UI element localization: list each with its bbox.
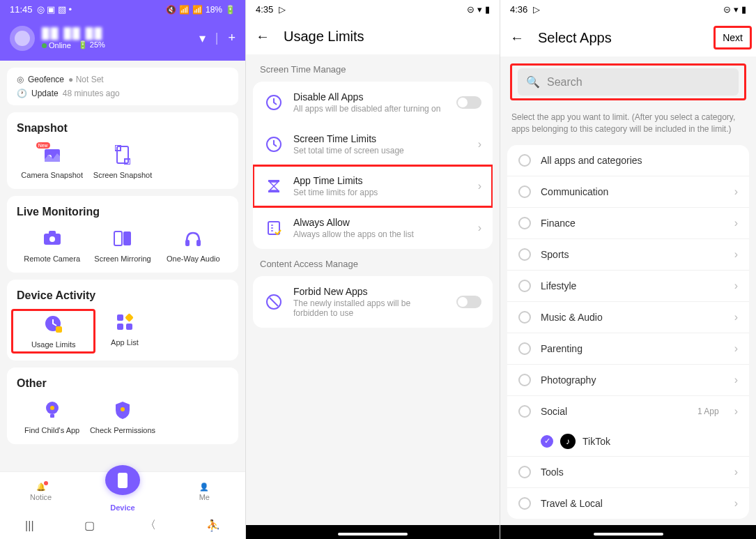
- battery-pct: 18%: [206, 5, 222, 15]
- system-bottom-bar: [246, 525, 500, 539]
- section-screen-time: Screen Time Manage: [246, 54, 500, 82]
- signal-icon: 📶: [192, 5, 203, 15]
- find-childs-app-item[interactable]: Find Child's App: [17, 400, 87, 434]
- category-lifestyle[interactable]: Lifestyle›: [507, 271, 749, 302]
- nav-me[interactable]: 👤 Me: [164, 472, 245, 512]
- usage-limits-item[interactable]: Usage Limits: [11, 309, 95, 354]
- radio[interactable]: [518, 405, 531, 418]
- category-label: Social: [541, 406, 688, 417]
- system-bottom-bar: [500, 525, 756, 539]
- new-badge: New: [36, 142, 50, 149]
- category-label: Sports: [541, 249, 725, 260]
- person-icon: 👤: [199, 483, 209, 492]
- accessibility-icon[interactable]: ⛹: [206, 519, 220, 532]
- category-all[interactable]: All apps and categories: [507, 145, 749, 176]
- radio[interactable]: [518, 185, 531, 198]
- svg-rect-27: [268, 222, 279, 234]
- always-allow-row[interactable]: Always Allow Always allow the apps on th…: [253, 207, 493, 249]
- next-button[interactable]: Next: [713, 26, 752, 50]
- disable-all-toggle[interactable]: [456, 96, 481, 109]
- content-access-card: Forbid New Apps The newly installed apps…: [253, 276, 493, 328]
- headphones-icon: [179, 228, 207, 249]
- screen-snapshot-item[interactable]: Screen Snapshot: [87, 144, 157, 179]
- app-list-icon: [111, 312, 139, 333]
- nav-notice[interactable]: 🔔 Notice: [0, 472, 82, 512]
- category-communication[interactable]: Communication›: [507, 176, 749, 208]
- back-icon[interactable]: 〈: [145, 518, 156, 533]
- category-parenting[interactable]: Parenting›: [507, 333, 749, 365]
- screen-mirroring-item[interactable]: Screen Mirroring: [87, 228, 157, 263]
- phone-3-select-apps: 4:36 ▷ ⊝ ▾ ▮ ← Select Apps Next 🔍 Search…: [500, 0, 756, 539]
- activity-title: Device Activity: [17, 289, 229, 302]
- category-finance[interactable]: Finance›: [507, 208, 749, 239]
- forbid-icon: [264, 292, 284, 312]
- bell-icon: 🔔: [36, 483, 46, 492]
- back-button[interactable]: ←: [256, 29, 270, 45]
- app-list-item[interactable]: App List: [90, 312, 159, 351]
- svg-rect-10: [185, 240, 190, 246]
- remote-camera-item[interactable]: Remote Camera: [17, 228, 87, 263]
- nav-device[interactable]: Device: [82, 472, 163, 512]
- radio[interactable]: [518, 497, 531, 510]
- back-button[interactable]: ←: [510, 30, 524, 46]
- add-icon[interactable]: +: [228, 31, 236, 46]
- device-icon: [105, 465, 140, 495]
- svg-rect-22: [118, 473, 128, 488]
- radio[interactable]: [518, 280, 531, 292]
- svg-rect-20: [50, 414, 54, 418]
- forbid-new-toggle[interactable]: [456, 296, 481, 308]
- camera-snapshot-label: Camera Snapshot: [21, 171, 83, 179]
- radio[interactable]: [518, 248, 531, 261]
- radio[interactable]: [518, 217, 531, 229]
- lightbulb-icon: [38, 400, 66, 420]
- chevron-right-icon: ›: [734, 342, 738, 355]
- category-tools[interactable]: Tools›: [507, 457, 749, 488]
- chevron-right-icon: ›: [734, 374, 738, 386]
- category-label: Photography: [541, 374, 725, 386]
- svg-rect-9: [123, 231, 131, 245]
- profile-row[interactable]: ██ ██ ██ Online 🔋 25% ▾ | +: [10, 26, 236, 51]
- avatar[interactable]: [10, 26, 35, 51]
- category-social[interactable]: Social 1 App ›: [507, 396, 749, 427]
- status-bar: 4:35 ▷ ⊝ ▾ ▮: [246, 0, 500, 19]
- header: ← Usage Limits: [246, 19, 500, 54]
- check-permissions-label: Check Permissions: [90, 426, 155, 434]
- battery-icon: ▮: [741, 4, 746, 15]
- app-label: TikTok: [583, 436, 749, 447]
- check-permissions-item[interactable]: Check Permissions: [87, 400, 157, 434]
- search-field[interactable]: 🔍 Search: [518, 68, 739, 96]
- radio-checked[interactable]: ✓: [541, 435, 553, 448]
- home-indicator[interactable]: [338, 533, 408, 536]
- camera-snapshot-item[interactable]: New Camera Snapshot: [17, 144, 87, 179]
- app-tiktok[interactable]: ✓ ♪ TikTok: [507, 427, 749, 457]
- search-icon: 🔍: [526, 75, 540, 89]
- radio[interactable]: [518, 311, 531, 324]
- forbid-new-sub: The newly installed apps will be forbidd…: [293, 298, 447, 318]
- home-indicator[interactable]: [594, 533, 663, 536]
- disable-all-title: Disable All Apps: [293, 91, 447, 103]
- nav-notice-label: Notice: [30, 493, 52, 501]
- phone-1-home: 11:45 ◎ ▣ ▧ • 🔇 📶 📶 18% 🔋 ██ ██ ██ Onlin…: [0, 0, 245, 539]
- category-sports[interactable]: Sports›: [507, 239, 749, 271]
- category-photography[interactable]: Photography›: [507, 365, 749, 396]
- forbid-new-apps-row[interactable]: Forbid New Apps The newly installed apps…: [253, 276, 493, 328]
- one-way-audio-item[interactable]: One-Way Audio: [158, 228, 229, 263]
- home-icon[interactable]: ▢: [84, 519, 95, 532]
- category-music-audio[interactable]: Music & Audio›: [507, 302, 749, 333]
- status-time: 4:36: [510, 4, 527, 15]
- mirroring-icon: [109, 228, 137, 249]
- dropdown-icon[interactable]: ▾: [199, 31, 206, 46]
- page-title: Select Apps: [538, 30, 612, 46]
- category-travel-local[interactable]: Travel & Local›: [507, 488, 749, 519]
- radio[interactable]: [518, 342, 531, 355]
- radio[interactable]: [518, 466, 531, 478]
- app-time-limits-row[interactable]: App Time Limits Set time limits for apps…: [253, 165, 493, 207]
- recents-icon[interactable]: |||: [25, 519, 33, 532]
- radio[interactable]: [518, 374, 531, 386]
- screen-time-limits-row[interactable]: Screen Time Limits Set total time of scr…: [253, 123, 493, 165]
- disable-all-apps-row[interactable]: Disable All Apps All apps will be disabl…: [253, 82, 493, 123]
- remote-camera-label: Remote Camera: [24, 255, 80, 263]
- radio[interactable]: [518, 154, 531, 167]
- screen-snapshot-label: Screen Snapshot: [93, 171, 152, 179]
- svg-rect-6: [49, 231, 56, 235]
